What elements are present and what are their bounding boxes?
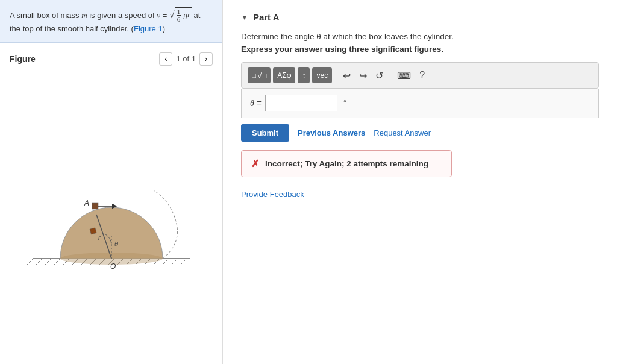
svg-line-18 [181,259,187,265]
figure-title: Figure [10,54,36,64]
svg-text:A: A [84,199,89,207]
greek-button[interactable]: ΑΣφ [273,67,295,83]
svg-line-17 [172,259,178,265]
incorrect-text: Incorrect; Try Again; 2 attempts remaini… [265,159,428,168]
figure-count: 1 of 1 [176,54,196,63]
undo-button[interactable]: ↩ [340,69,354,83]
submit-button[interactable]: Submit [241,124,289,142]
toolbar-separator2 [390,69,390,81]
svg-line-2 [36,259,42,265]
svg-line-1 [27,259,33,265]
sqrt-button[interactable]: □ √□ [248,67,271,83]
part-collapse-icon: ▼ [241,13,248,22]
help-button[interactable]: ? [416,69,428,82]
figure-diagram: O A r θ [21,157,202,278]
keyboard-button[interactable]: ⌨ [394,69,414,83]
redo-button[interactable]: ↪ [356,69,370,83]
svg-rect-22 [92,203,98,209]
svg-line-4 [54,259,60,265]
question-bold: Express your answer using three signific… [241,45,599,54]
theta-label: θ = [250,98,262,108]
incorrect-box: ✗ Incorrect; Try Again; 2 attempts remai… [241,150,452,177]
problem-text: A small box of mass m is given a speed o… [0,0,222,43]
figure-area: O A r θ [0,71,222,364]
vec-button[interactable]: vec [312,67,332,83]
refresh-button[interactable]: ↺ [372,69,386,83]
svg-text:θ: θ [114,240,118,248]
question-text: Determine the angle θ at which the box l… [241,32,599,41]
request-answer-link[interactable]: Request Answer [374,128,431,137]
figure-prev-button[interactable]: ‹ [159,52,172,66]
right-panel: ▼ Part A Determine the angle θ at which … [223,0,617,364]
figure-next-button[interactable]: › [199,52,213,66]
degree-symbol: ° [343,99,346,107]
figure-link[interactable]: Figure 1 [134,24,163,33]
action-row: Submit Previous Answers Request Answer [241,124,599,142]
figure-nav: ‹ 1 of 1 › [159,52,213,66]
svg-text:O: O [110,262,116,271]
part-header: ▼ Part A [241,12,599,22]
feedback-link[interactable]: Provide Feedback [241,190,304,199]
svg-rect-27 [90,228,96,234]
answer-row: θ = ° [241,89,599,118]
layout-button[interactable]: ↕ [298,67,310,83]
svg-line-16 [163,259,169,265]
part-label: Part A [253,12,280,22]
answer-input[interactable] [265,95,337,111]
previous-answers-link[interactable]: Previous Answers [298,128,365,137]
figure-header: Figure ‹ 1 of 1 › [0,48,222,71]
problem-text-content: A small box of mass m is given a speed o… [10,11,200,33]
toolbar-separator1 [336,69,336,81]
svg-line-3 [45,259,51,265]
math-toolbar: □ √□ ΑΣφ ↕ vec ↩ ↪ ↺ ⌨ ? [241,62,599,89]
x-icon: ✗ [251,158,259,169]
